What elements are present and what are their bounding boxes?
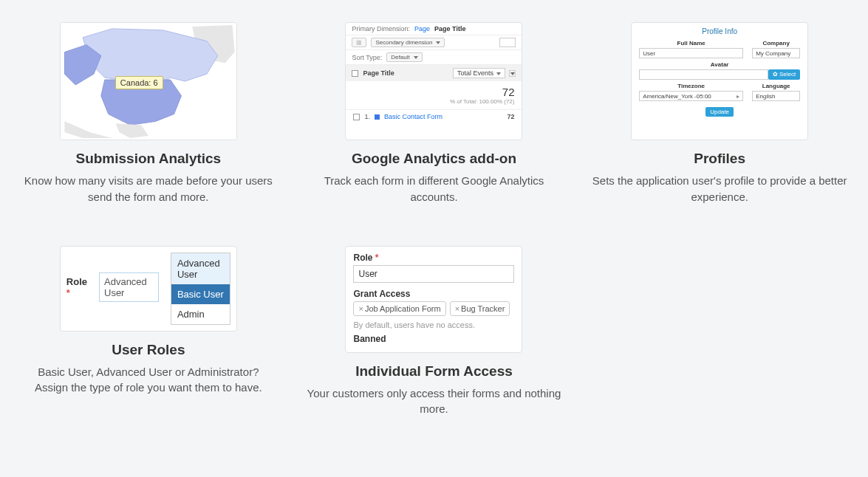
ga-search-box[interactable]	[499, 38, 516, 47]
role-input[interactable]: User	[353, 265, 514, 283]
banned-label: Banned	[353, 334, 514, 344]
feature-user-roles: Role * Advanced User Advanced User Basic…	[21, 246, 277, 418]
feature-submission-analytics: Canada: 6 Submission Analytics Know how …	[21, 22, 277, 205]
map-tooltip: Canada: 6	[115, 76, 163, 89]
timezone-select[interactable]: America/New_York -05:00▸	[639, 91, 743, 101]
ga-total-pct: % of Total: 100.00% (72)	[353, 98, 514, 105]
ga-row-index: 1.	[364, 113, 370, 120]
feature-title: Individual Form Access	[355, 363, 513, 380]
ga-total-value: 72	[353, 86, 514, 98]
empty-cell	[592, 246, 848, 418]
feature-google-analytics: Primary Dimension: Page Page Title ▦ Sec…	[306, 22, 562, 205]
role-options-list: Advanced User Basic User Admin	[171, 253, 230, 325]
ga-col-total-events[interactable]: Total Events	[453, 68, 506, 78]
required-asterisk: *	[375, 253, 379, 263]
ga-dim-page[interactable]: Page	[414, 25, 430, 32]
ga-thumbnail: Primary Dimension: Page Page Title ▦ Sec…	[345, 22, 522, 140]
feature-description: Sets the application user's profile to p…	[592, 173, 848, 205]
ga-dim-page-title[interactable]: Page Title	[434, 25, 465, 32]
ga-row-color-icon	[375, 114, 380, 120]
ga-sort-type-label: Sort Type:	[352, 54, 382, 61]
analytics-map-thumbnail: Canada: 6	[60, 22, 237, 140]
company-label: Company	[752, 40, 800, 47]
avatar-label: Avatar	[639, 61, 800, 68]
avatar-select-button[interactable]: ✿ Select	[768, 69, 800, 80]
ga-secondary-dimension-btn[interactable]: Secondary dimension	[371, 38, 445, 47]
role-select[interactable]: Advanced User	[99, 272, 159, 302]
individual-access-thumbnail: Role * User Grant Access ×Job Applicatio…	[345, 246, 522, 353]
feature-description: Your customers only access their forms a…	[306, 385, 562, 418]
company-input[interactable]: My Company	[752, 48, 800, 58]
role-label: Role	[353, 253, 372, 263]
ga-row-label[interactable]: Basic Contact Form	[384, 113, 442, 120]
feature-title: Submission Analytics	[75, 151, 221, 167]
ga-plot-rows-btn[interactable]: ▦	[352, 38, 366, 47]
role-option-advanced-user[interactable]: Advanced User	[171, 253, 230, 284]
ga-sort-type-select[interactable]: Default	[386, 52, 422, 62]
timezone-label: Timezone	[639, 83, 743, 89]
ga-row-value: 72	[507, 113, 514, 120]
role-option-basic-user[interactable]: Basic User	[171, 284, 230, 304]
ga-row-checkbox[interactable]	[353, 114, 360, 120]
role-option-admin[interactable]: Admin	[171, 304, 230, 324]
tag-job-application-form[interactable]: ×Job Application Form	[353, 301, 445, 316]
feature-title: Profiles	[694, 151, 745, 167]
feature-description: Basic User, Advanced User or Administrat…	[21, 364, 277, 397]
required-asterisk: *	[66, 287, 70, 298]
language-label: Language	[752, 83, 800, 89]
feature-description: Track each form in different Google Anal…	[306, 173, 562, 205]
feature-title: Google Analytics add-on	[352, 151, 516, 167]
full-name-label: Full Name	[639, 40, 743, 47]
language-select[interactable]: English	[752, 91, 800, 101]
ga-primary-dimension-label: Primary Dimension:	[352, 25, 410, 32]
map-canvas: Canada: 6	[61, 23, 236, 140]
feature-title: User Roles	[112, 342, 185, 358]
profiles-thumbnail: Profile Info Full Name User Company My C…	[631, 22, 808, 140]
update-button[interactable]: Update	[705, 107, 734, 117]
grant-access-label: Grant Access	[353, 289, 514, 299]
profile-section-title: Profile Info	[639, 27, 800, 35]
ga-select-all-checkbox[interactable]	[352, 70, 358, 77]
remove-icon[interactable]: ×	[358, 304, 363, 313]
feature-grid: Canada: 6 Submission Analytics Know how …	[21, 22, 848, 417]
roles-thumbnail: Role * Advanced User Advanced User Basic…	[60, 246, 237, 332]
grant-access-hint: By default, users have no access.	[353, 320, 514, 329]
feature-description: Know how many visits are made before you…	[21, 173, 277, 205]
tag-bug-tracker[interactable]: ×Bug Tracker	[450, 301, 510, 316]
full-name-input[interactable]: User	[639, 48, 743, 58]
avatar-input[interactable]	[639, 69, 768, 80]
ga-col-page-title: Page Title	[363, 69, 394, 77]
grant-access-tags[interactable]: ×Job Application Form ×Bug Tracker	[353, 301, 514, 316]
remove-icon[interactable]: ×	[455, 304, 459, 313]
feature-profiles: Profile Info Full Name User Company My C…	[592, 22, 848, 205]
role-label: Role	[66, 276, 87, 287]
ga-sort-icon[interactable]	[509, 70, 516, 77]
feature-individual-access: Role * User Grant Access ×Job Applicatio…	[306, 246, 562, 418]
